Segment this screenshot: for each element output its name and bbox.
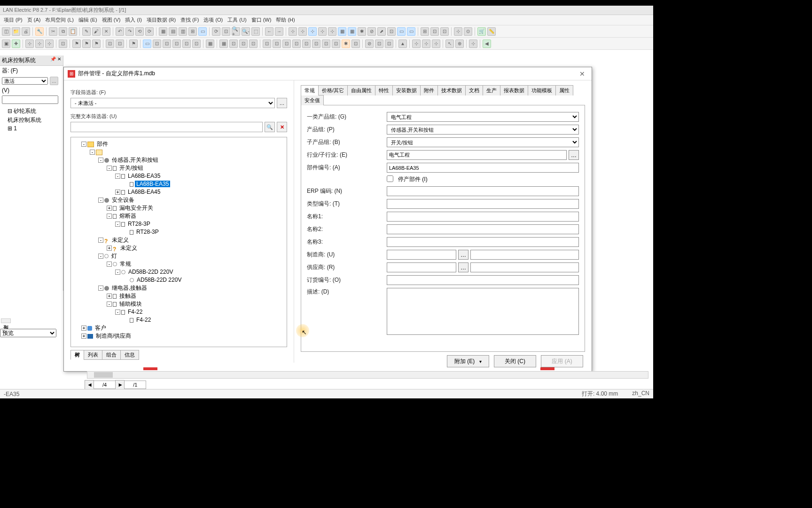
tb2-12-icon[interactable]: ⊡	[182, 40, 191, 48]
manufacturer-code-input[interactable]	[387, 250, 456, 260]
tb2-15-icon[interactable]: ▦	[219, 40, 228, 48]
tb2-33-icon[interactable]: ⊹	[412, 40, 421, 48]
tree-node[interactable]: +漏电安全开关	[73, 204, 285, 212]
filter-select[interactable]: 激活	[2, 77, 48, 85]
tree-node[interactable]: +LA68B-EA45	[73, 188, 285, 196]
tb2-24-icon[interactable]: ⊡	[312, 40, 320, 48]
tb2-flag3-icon[interactable]: ⚑	[92, 40, 101, 48]
tb2-13-icon[interactable]: ⊡	[192, 40, 201, 48]
tb2-5-icon[interactable]: ⊹	[45, 40, 54, 48]
supplier-name-input[interactable]	[470, 262, 579, 272]
menu-item[interactable]: 页 (A)	[25, 16, 43, 24]
tree-node[interactable]: F4-22	[73, 316, 285, 324]
tb2-30-icon[interactable]: ⊡	[375, 40, 383, 48]
tb2-23-icon[interactable]: ⊡	[302, 40, 311, 48]
page-nav-prev[interactable]: ◄	[85, 380, 94, 389]
tb-navnext-icon[interactable]: →	[275, 27, 283, 36]
field-filter-more-button[interactable]: …	[277, 98, 287, 108]
tb2-flag1-icon[interactable]: ⚑	[72, 40, 81, 48]
property-tab[interactable]: 生产	[483, 85, 500, 95]
menu-item[interactable]: 编辑 (E)	[77, 16, 99, 24]
property-tab[interactable]: 报表数据	[500, 85, 528, 95]
close-button[interactable]: 关闭 (C)	[494, 355, 536, 367]
tb2-18-icon[interactable]: ⊡	[249, 40, 258, 48]
page-tab-1[interactable]: /1	[124, 381, 146, 389]
industry-input[interactable]	[387, 150, 567, 160]
tb-view-icon[interactable]: ▭	[198, 27, 207, 36]
tb-snap7-icon[interactable]: ▦	[348, 27, 356, 36]
tb-zoomfit-icon[interactable]: ⊡	[222, 27, 230, 36]
tb-format-icon[interactable]: ✎	[82, 27, 91, 36]
property-tab[interactable]: 功能模板	[528, 85, 556, 95]
manufacturer-more-button[interactable]: …	[458, 250, 468, 260]
tb2-25-icon[interactable]: ⊡	[322, 40, 330, 48]
text-filter-clear-button[interactable]: ✕	[277, 122, 287, 132]
name2-input[interactable]	[387, 224, 579, 234]
tb-m1-icon[interactable]: ⊞	[421, 27, 429, 36]
tree-node[interactable]: -	[73, 148, 285, 156]
tb-snap2-icon[interactable]: ⊹	[298, 27, 307, 36]
tree-node[interactable]: -常规	[73, 260, 285, 268]
tb-snap9-icon[interactable]: ⊘	[367, 27, 376, 36]
page-tab-0[interactable]: /4	[94, 381, 116, 389]
tb-cart-icon[interactable]: 🛒	[477, 27, 486, 36]
description-textarea[interactable]	[387, 288, 579, 335]
tb-snap5-icon[interactable]: ⊹	[328, 27, 336, 36]
tb-copy-icon[interactable]: ⧉	[59, 27, 67, 36]
tb-table-icon[interactable]: ⊞	[188, 27, 197, 36]
tb-navprev-icon[interactable]: ←	[265, 27, 273, 36]
tree-node[interactable]: +接触器	[73, 292, 285, 300]
tb2-22-icon[interactable]: ⊡	[292, 40, 301, 48]
tree-node[interactable]: -AD58B-22D 220V	[73, 268, 285, 276]
value-input[interactable]	[2, 95, 58, 104]
tb2-16-icon[interactable]: ⊡	[229, 40, 238, 48]
tree-node[interactable]: -灯	[73, 252, 285, 260]
property-tab[interactable]: 文档	[465, 85, 483, 95]
tree-node[interactable]: -RT28-3P	[73, 220, 285, 228]
tb-new-icon[interactable]: ◫	[2, 27, 10, 36]
property-tab[interactable]: 属性	[555, 85, 573, 95]
main-group-select[interactable]: 电气工程	[387, 112, 579, 122]
menu-item[interactable]: 项目 (P)	[2, 16, 24, 24]
project-tree-item[interactable]: ⊞ 1	[2, 125, 61, 132]
tree-node[interactable]: -部件	[73, 140, 285, 148]
attach-button[interactable]: 附加 (E)	[447, 355, 489, 367]
property-tab[interactable]: 价格/其它	[318, 85, 348, 95]
text-filter-search-button[interactable]: 🔍	[265, 122, 275, 132]
property-tab[interactable]: 自由属性	[347, 85, 375, 95]
tb-redo2-icon[interactable]: ⟳	[145, 27, 154, 36]
tb2-28-icon[interactable]: ⊡	[351, 40, 360, 48]
project-tree-item[interactable]: ⊟ 砂轮系统	[2, 107, 61, 116]
property-tab[interactable]: 安装数据	[392, 85, 421, 95]
project-tree[interactable]: ⊟ 砂轮系统 机床控制系统⊞ 1	[0, 105, 63, 134]
tree-node[interactable]: -继电器,接触器	[73, 284, 285, 292]
tb-grid1-icon[interactable]: ▦	[159, 27, 167, 36]
tree-node[interactable]: AD58B-22D 220V	[73, 276, 285, 284]
menu-item[interactable]: 工具 (U)	[226, 16, 248, 24]
tb2-34-icon[interactable]: ⊹	[422, 40, 430, 48]
view-tab[interactable]: 信息	[120, 350, 139, 360]
partno-input[interactable]	[387, 163, 579, 173]
tb-m2-icon[interactable]: ⊡	[430, 27, 439, 36]
tb2-1-icon[interactable]: ▣	[2, 40, 10, 48]
erp-input[interactable]	[387, 186, 579, 196]
tb-zoomin-icon[interactable]: 🔍+	[232, 27, 240, 36]
tb-undo-icon[interactable]: ↶	[116, 27, 124, 36]
tb-measure-icon[interactable]: 📏	[487, 27, 496, 36]
tb-redo-icon[interactable]: ↷	[125, 27, 134, 36]
close-icon[interactable]: ✕	[577, 68, 588, 79]
tb2-6-icon[interactable]: ⊡	[59, 40, 67, 48]
menu-item[interactable]: 窗口 (W)	[250, 16, 273, 24]
tb2-31-icon[interactable]: ⊡	[385, 40, 393, 48]
pin-icon[interactable]: 📌 ✕	[50, 56, 61, 64]
tree-node[interactable]: -安全设备	[73, 196, 285, 204]
name1-input[interactable]	[387, 212, 579, 222]
tb2-4-icon[interactable]: ⊹	[35, 40, 44, 48]
tb-snap6-icon[interactable]: ▦	[338, 27, 346, 36]
tree-node[interactable]: -LA68B-EA35	[73, 172, 285, 180]
tb2-29-icon[interactable]: ⊘	[365, 40, 374, 48]
tb2-19-icon[interactable]: ⊡	[263, 40, 271, 48]
supplier-more-button[interactable]: …	[458, 262, 468, 272]
tb2-9-icon[interactable]: ⊡	[153, 40, 161, 48]
text-filter-input[interactable]	[70, 122, 263, 132]
